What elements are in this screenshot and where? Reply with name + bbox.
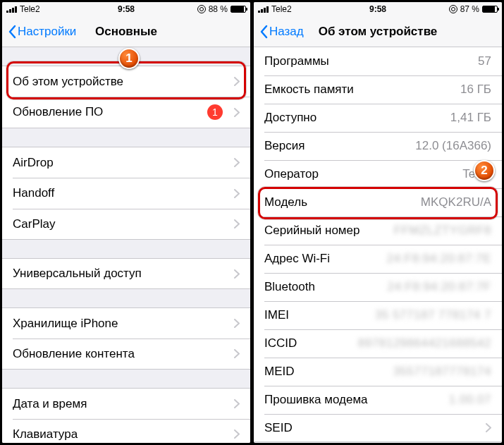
chevron-right-icon xyxy=(486,423,491,432)
row-label: Обновление контента xyxy=(13,347,234,361)
row-label: Программы xyxy=(264,54,478,68)
chevron-right-icon xyxy=(234,77,240,86)
carrier-label: Tele2 xyxy=(271,4,292,14)
row-label: Емкость памяти xyxy=(264,83,460,97)
chevron-right-icon xyxy=(234,399,240,408)
row-value: Tele2 xyxy=(462,167,491,181)
phone-general-settings: Tele2 9:58 88 % Настройки Основные Об эт… xyxy=(2,2,250,443)
back-button[interactable]: Настройки xyxy=(8,25,76,39)
row-label: Доступно xyxy=(264,111,450,125)
row-value: 1.00.07 xyxy=(449,393,491,407)
chevron-left-icon xyxy=(259,25,268,39)
chevron-right-icon xyxy=(234,269,240,279)
row-label: IMEI xyxy=(264,308,375,322)
about-row-bluetooth: Bluetooth24:F8:94:20:87:7F xyxy=(254,273,502,301)
row-label: CarPlay xyxy=(13,217,234,231)
row-handoff[interactable]: Handoff xyxy=(2,178,250,209)
row-value: 16 ГБ xyxy=(460,83,491,97)
row-value: 24:F8:94:20:87:7E xyxy=(387,252,491,266)
carrier-label: Tele2 xyxy=(20,4,40,14)
signal-bars-icon xyxy=(6,6,17,13)
about-row-серийный-номер: Серийный номерFFMZLZTYGRF8 xyxy=(254,217,502,245)
row-label: AirDrop xyxy=(13,156,234,170)
about-row-iccid: ICCID8978129864421688542 xyxy=(254,329,502,358)
signal-bars-icon xyxy=(258,6,269,13)
row-value: 12.0 (16A366) xyxy=(415,139,491,153)
about-row-модель: МодельMKQK2RU/A xyxy=(254,188,502,217)
row-background-refresh[interactable]: Обновление контента xyxy=(2,339,250,370)
row-label: Хранилище iPhone xyxy=(13,317,234,331)
row-airdrop[interactable]: AirDrop xyxy=(2,147,250,178)
row-value: 57 xyxy=(478,54,491,68)
about-row-прошивка-модема: Прошивка модема1.00.07 xyxy=(254,386,502,414)
about-list[interactable]: Программы57Емкость памяти16 ГБДоступно1,… xyxy=(254,47,502,443)
row-keyboard[interactable]: Клавиатура xyxy=(2,419,250,443)
row-carplay[interactable]: CarPlay xyxy=(2,209,250,240)
battery-icon xyxy=(482,6,498,13)
settings-list: Об этом устройстве Обновление ПО 1 AirDr… xyxy=(2,47,250,443)
chevron-right-icon xyxy=(234,158,240,167)
row-label: Об этом устройстве xyxy=(13,75,234,89)
row-label: Клавиатура xyxy=(13,427,234,441)
chevron-right-icon xyxy=(234,108,240,117)
about-row-imei: IMEI35 577187 778174 7 xyxy=(254,301,502,329)
row-software-update[interactable]: Обновление ПО 1 xyxy=(2,97,250,128)
row-value: 35577187778174 xyxy=(393,365,491,379)
row-label: MEID xyxy=(264,365,393,379)
row-label: Handoff xyxy=(13,186,234,200)
status-bar: Tele2 9:58 88 % xyxy=(2,2,250,16)
about-row-seid[interactable]: SEID xyxy=(254,414,502,442)
chevron-left-icon xyxy=(8,25,16,39)
row-label: Оператор xyxy=(264,167,462,181)
battery-pct: 87 % xyxy=(460,4,479,14)
chevron-right-icon xyxy=(234,349,240,358)
status-bar: Tele2 9:58 87 % xyxy=(254,2,502,16)
row-label: Прошивка модема xyxy=(264,393,449,407)
page-title: Об этом устройстве xyxy=(319,25,438,39)
row-value: FFMZLZTYGRF8 xyxy=(394,224,491,238)
row-label: SEID xyxy=(264,421,486,435)
battery-pct: 88 % xyxy=(209,4,228,14)
row-label: Универсальный доступ xyxy=(13,267,234,281)
row-date-time[interactable]: Дата и время xyxy=(2,388,250,419)
row-value: 8978129864421688542 xyxy=(358,336,491,350)
back-button[interactable]: Назад xyxy=(259,25,304,39)
back-label: Настройки xyxy=(18,25,76,39)
row-label: Дата и время xyxy=(13,397,234,411)
row-iphone-storage[interactable]: Хранилище iPhone xyxy=(2,307,250,339)
phone-about-device: Tele2 9:58 87 % Назад Об этом устройстве… xyxy=(254,2,502,443)
row-about-device[interactable]: Об этом устройстве xyxy=(2,66,250,97)
row-value: 35 577187 778174 7 xyxy=(375,308,491,322)
row-accessibility[interactable]: Универсальный доступ xyxy=(2,258,250,289)
chevron-right-icon xyxy=(234,219,240,228)
clock: 9:58 xyxy=(369,4,386,14)
chevron-right-icon xyxy=(234,319,240,328)
about-row-версия: Версия12.0 (16A366) xyxy=(254,132,502,160)
battery-icon xyxy=(231,6,246,13)
row-label: Серийный номер xyxy=(264,224,394,238)
orientation-lock-icon xyxy=(449,5,457,13)
badge-count: 1 xyxy=(207,104,223,120)
row-label: Версия xyxy=(264,139,415,153)
clock: 9:58 xyxy=(118,4,135,14)
row-label: Модель xyxy=(264,195,421,209)
row-value: 1,41 ГБ xyxy=(450,111,491,125)
row-label: Адрес Wi-Fi xyxy=(264,252,387,266)
row-value: 24:F8:94:20:87:7F xyxy=(388,280,491,294)
about-row-доступно: Доступно1,41 ГБ xyxy=(254,104,502,132)
orientation-lock-icon xyxy=(197,5,206,13)
about-row-программы: Программы57 xyxy=(254,47,502,75)
back-label: Назад xyxy=(269,25,304,39)
about-row-meid: MEID35577187778174 xyxy=(254,358,502,386)
row-label: Bluetooth xyxy=(264,280,388,294)
about-row-оператор: ОператорTele2 xyxy=(254,160,502,188)
about-row-емкость-памяти: Емкость памяти16 ГБ xyxy=(254,75,502,104)
about-row-адрес-wi-fi: Адрес Wi-Fi24:F8:94:20:87:7E xyxy=(254,245,502,273)
page-title: Основные xyxy=(95,25,157,39)
nav-bar: Настройки Основные xyxy=(2,16,250,47)
nav-bar: Назад Об этом устройстве xyxy=(254,16,502,47)
chevron-right-icon xyxy=(234,189,240,198)
chevron-right-icon xyxy=(234,429,240,439)
row-value: MKQK2RU/A xyxy=(421,195,491,209)
row-label: ICCID xyxy=(264,336,358,350)
